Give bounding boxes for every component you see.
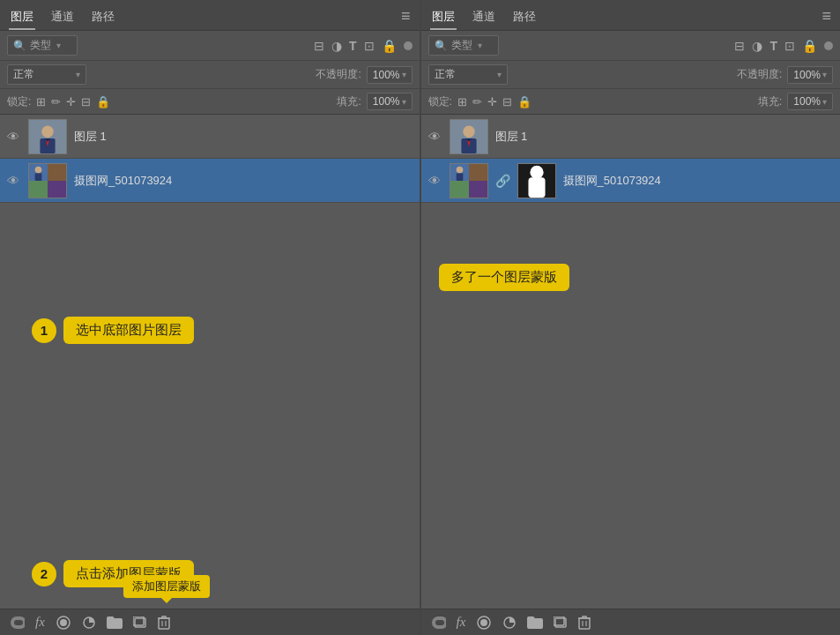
lock-move-icon-right[interactable]: ✛ bbox=[487, 95, 497, 108]
search-filter-right[interactable]: 🔍 类型 ▾ bbox=[428, 35, 499, 56]
layer-row-layer2-right[interactable]: 👁 🔗 bbox=[421, 159, 841, 203]
search-label-left: 类型 bbox=[30, 38, 51, 53]
mask-thumb-right bbox=[517, 163, 556, 198]
lock-pixels-icon-left[interactable]: ⊞ bbox=[36, 95, 46, 108]
lock-artboard-icon-left[interactable]: ⊟ bbox=[81, 95, 91, 108]
opacity-input-left[interactable]: 100% ▾ bbox=[367, 66, 413, 84]
tab-channels-right[interactable]: 通道 bbox=[471, 5, 497, 30]
eye-icon-layer2-right[interactable]: 👁 bbox=[428, 174, 442, 188]
add-mask-icon-left[interactable] bbox=[56, 616, 71, 630]
bottom-toolbar-right: fx bbox=[421, 609, 841, 635]
lock-brush-icon-right[interactable]: ✏ bbox=[472, 95, 482, 108]
lock-all-icon-left[interactable]: 🔒 bbox=[96, 95, 110, 108]
blend-mode-value-right: 正常 bbox=[435, 67, 456, 82]
fill-chevron-right: ▾ bbox=[822, 97, 827, 107]
svg-rect-39 bbox=[579, 618, 590, 629]
svg-rect-7 bbox=[29, 181, 48, 198]
folder-icon-left[interactable] bbox=[107, 616, 123, 629]
right-panel-tabs: 图层 通道 路径 ≡ bbox=[421, 0, 841, 31]
svg-rect-8 bbox=[48, 181, 66, 198]
search-row-left: 🔍 类型 ▾ ⊟ ◑ T ⊡ 🔒 bbox=[0, 31, 420, 61]
eye-icon-layer1-left[interactable]: 👁 bbox=[7, 130, 21, 144]
svg-point-35 bbox=[480, 619, 487, 626]
blend-mode-select-right[interactable]: 正常 ▾ bbox=[428, 64, 508, 85]
svg-rect-6 bbox=[48, 163, 66, 180]
filter-shape-icon-left[interactable]: ⊡ bbox=[364, 39, 375, 53]
tab-channels-left[interactable]: 通道 bbox=[49, 5, 76, 30]
fill-input-left[interactable]: 100% ▾ bbox=[367, 93, 413, 110]
adjustment-icon-left[interactable] bbox=[82, 616, 96, 630]
delete-icon-left[interactable] bbox=[158, 616, 170, 630]
panel-menu-left[interactable]: ≡ bbox=[401, 7, 411, 29]
svg-point-9 bbox=[35, 166, 42, 173]
filter-lock-icon-left[interactable]: 🔒 bbox=[382, 39, 397, 53]
tab-layers-left[interactable]: 图层 bbox=[9, 5, 35, 30]
mask-svg-right bbox=[518, 163, 555, 198]
filter-circle-icon-left[interactable]: ◑ bbox=[331, 39, 342, 53]
filter-text-icon-left[interactable]: T bbox=[349, 39, 357, 53]
layer-name-layer1-right: 图层 1 bbox=[495, 129, 834, 145]
lock-move-icon-left[interactable]: ✛ bbox=[66, 95, 76, 108]
opacity-label-left: 不透明度: bbox=[316, 67, 361, 82]
fx-icon-left[interactable]: fx bbox=[35, 615, 45, 630]
layer-name-layer2-right: 摄图网_501073924 bbox=[563, 173, 834, 189]
new-layer-icon-left[interactable] bbox=[133, 616, 147, 629]
annotation-right: 多了一个图层蒙版 bbox=[439, 264, 569, 291]
tab-paths-left[interactable]: 路径 bbox=[90, 5, 116, 30]
fill-input-right[interactable]: 100% ▾ bbox=[787, 93, 833, 110]
search-chevron-left: ▾ bbox=[56, 41, 61, 50]
link-icon-left[interactable] bbox=[9, 616, 25, 629]
fx-icon-right[interactable]: fx bbox=[457, 615, 466, 630]
tab-layers-right[interactable]: 图层 bbox=[430, 5, 457, 30]
blend-mode-select-left[interactable]: 正常 ▾ bbox=[7, 64, 86, 85]
add-mask-icon-right[interactable] bbox=[476, 616, 492, 630]
folder-icon-right[interactable] bbox=[527, 616, 543, 629]
left-panel: 图层 通道 路径 ≡ 🔍 类型 ▾ ⊟ ◑ T ⊡ 🔒 bbox=[0, 0, 421, 635]
annotation-bubble-right: 多了一个图层蒙版 bbox=[439, 264, 569, 291]
filter-circle-icon-right[interactable]: ◑ bbox=[752, 39, 762, 53]
search-sym-left: 🔍 bbox=[13, 40, 26, 52]
opacity-chevron-left: ▾ bbox=[402, 70, 406, 79]
search-row-right: 🔍 类型 ▾ ⊟ ◑ T ⊡ 🔒 bbox=[421, 31, 841, 61]
lock-artboard-icon-right[interactable]: ⊟ bbox=[502, 95, 512, 108]
lock-all-icon-right[interactable]: 🔒 bbox=[517, 95, 532, 108]
filter-image-icon-right[interactable]: ⊟ bbox=[734, 39, 745, 53]
search-sym-right: 🔍 bbox=[435, 40, 448, 52]
filter-lock-icon-right[interactable]: 🔒 bbox=[802, 39, 817, 53]
blend-row-left: 正常 ▾ 不透明度: 100% ▾ bbox=[0, 61, 420, 89]
person-svg-right bbox=[450, 119, 487, 154]
filter-image-icon-left[interactable]: ⊟ bbox=[314, 39, 324, 53]
filter-icons-right: ⊟ ◑ T ⊡ 🔒 bbox=[734, 39, 833, 53]
opacity-input-right[interactable]: 100% ▾ bbox=[787, 66, 833, 84]
right-panel: 图层 通道 路径 ≡ 🔍 类型 ▾ ⊟ ◑ T ⊡ 🔒 正常 bbox=[421, 0, 841, 635]
svg-rect-16 bbox=[159, 618, 169, 629]
layer-row-layer2-left[interactable]: 👁 摄图网_501073924 bbox=[0, 159, 420, 203]
lock-icons-right: ⊞ ✏ ✛ ⊟ 🔒 bbox=[457, 95, 532, 108]
new-layer-icon-right[interactable] bbox=[554, 616, 568, 629]
layers-area-left: 👁 图层 1 bbox=[0, 115, 420, 609]
svg-point-2 bbox=[41, 125, 53, 137]
svg-point-22 bbox=[463, 125, 474, 137]
blend-mode-value-left: 正常 bbox=[13, 67, 34, 82]
layer-row-layer1-right[interactable]: 👁 图层 1 bbox=[421, 115, 841, 159]
eye-icon-layer1-right[interactable]: 👁 bbox=[428, 130, 442, 144]
left-panel-tabs: 图层 通道 路径 ≡ bbox=[0, 0, 420, 31]
tab-paths-right[interactable]: 路径 bbox=[511, 5, 538, 30]
svg-rect-26 bbox=[469, 163, 487, 180]
eye-icon-layer2-left[interactable]: 👁 bbox=[7, 174, 21, 188]
lock-brush-icon-left[interactable]: ✏ bbox=[51, 95, 61, 108]
adjustment-icon-right[interactable] bbox=[502, 616, 517, 630]
link-icon-right[interactable] bbox=[430, 616, 446, 629]
search-filter-left[interactable]: 🔍 类型 ▾ bbox=[7, 35, 78, 56]
delete-icon-right[interactable] bbox=[578, 616, 591, 630]
collage-svg-left bbox=[29, 163, 66, 198]
lock-pixels-icon-right[interactable]: ⊞ bbox=[457, 95, 467, 108]
filter-text-icon-right[interactable]: T bbox=[769, 39, 777, 53]
layer-name-layer1-left: 图层 1 bbox=[74, 129, 413, 145]
filter-shape-icon-right[interactable]: ⊡ bbox=[784, 39, 795, 53]
layer-row-layer1-left[interactable]: 👁 图层 1 bbox=[0, 115, 420, 159]
panel-menu-right[interactable]: ≡ bbox=[821, 7, 831, 29]
blend-row-right: 正常 ▾ 不透明度: 100% ▾ bbox=[421, 61, 841, 89]
fill-chevron-left: ▾ bbox=[402, 97, 406, 107]
fill-label-right: 填充: bbox=[758, 94, 782, 109]
